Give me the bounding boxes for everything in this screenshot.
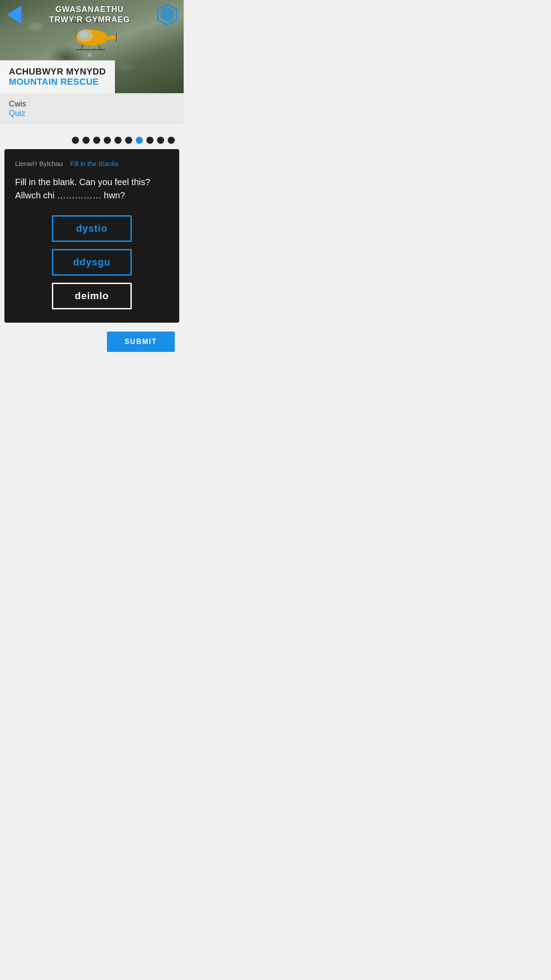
back-button[interactable] bbox=[5, 6, 23, 24]
submit-section: SUBMIT bbox=[0, 323, 184, 361]
header-bar: GWASANAETHU TRWY'R GYMRAEG bbox=[0, 0, 184, 29]
progress-dot-1 bbox=[83, 137, 90, 144]
svg-marker-13 bbox=[161, 7, 174, 22]
quiz-question: Fill in the blank. Can you feel this? Al… bbox=[15, 175, 169, 202]
quiz-header-english: Fill in the Blanks bbox=[70, 160, 118, 167]
title-overlay: ACHUBWYR MYNYDD MOUNTAIN RESCUE bbox=[0, 60, 115, 93]
progress-dot-2 bbox=[93, 137, 100, 144]
hero-section: GWASANAETHU TRWY'R GYMRAEG ACHUBWYR MYNY… bbox=[0, 0, 184, 93]
answer-button-3[interactable]: deimlo bbox=[52, 283, 132, 309]
answers-container: dystioddysgudeimlo bbox=[15, 215, 169, 309]
progress-dot-9 bbox=[168, 137, 175, 144]
progress-dot-4 bbox=[114, 137, 122, 144]
progress-indicator bbox=[0, 124, 184, 149]
svg-line-8 bbox=[98, 44, 101, 50]
answer-button-2[interactable]: ddysgu bbox=[52, 249, 132, 276]
title-english: MOUNTAIN RESCUE bbox=[9, 77, 106, 87]
answer-button-1[interactable]: dystio bbox=[52, 215, 132, 242]
quiz-card: Llenwi'r Bylchau Fill in the Blanks Fill… bbox=[4, 149, 179, 323]
progress-dot-0 bbox=[72, 137, 79, 144]
progress-dot-3 bbox=[104, 137, 111, 144]
subtitle-bar: Cwis Quiz bbox=[0, 93, 184, 124]
quiz-header-welsh: Llenwi'r Bylchau bbox=[15, 160, 63, 167]
svg-marker-5 bbox=[107, 36, 116, 40]
subtitle-english: Quiz bbox=[9, 109, 175, 118]
progress-dot-6 bbox=[136, 137, 143, 144]
back-arrow-icon bbox=[7, 6, 21, 24]
progress-dot-5 bbox=[125, 137, 132, 144]
submit-button[interactable]: SUBMIT bbox=[107, 332, 175, 352]
app-title: GWASANAETHU TRWY'R GYMRAEG bbox=[23, 4, 156, 25]
subtitle-welsh: Cwis bbox=[9, 99, 175, 109]
hex-icon[interactable] bbox=[156, 4, 178, 26]
svg-line-7 bbox=[81, 44, 83, 50]
progress-dot-7 bbox=[146, 137, 153, 144]
svg-point-11 bbox=[88, 53, 91, 57]
progress-dot-8 bbox=[157, 137, 164, 144]
title-welsh: ACHUBWYR MYNYDD bbox=[9, 67, 106, 77]
svg-point-4 bbox=[79, 31, 88, 38]
quiz-header: Llenwi'r Bylchau Fill in the Blanks bbox=[15, 160, 169, 167]
